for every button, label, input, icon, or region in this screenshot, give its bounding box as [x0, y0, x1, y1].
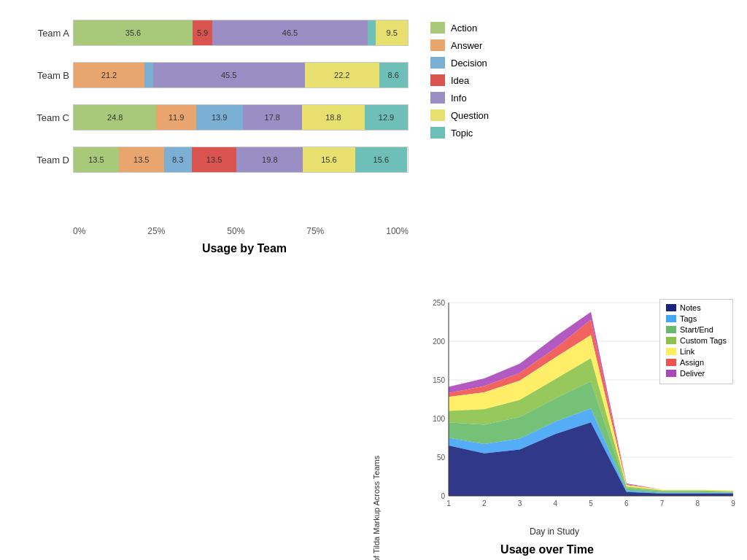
legend-label: Action — [451, 23, 477, 34]
x-axis-label: 50% — [227, 226, 244, 236]
x-axis-label: 0% — [73, 226, 85, 236]
area-legend-item: Link — [666, 347, 727, 356]
bar-row: Team D13.513.58.313.519.815.615.6 — [73, 145, 409, 174]
legend-item: Info — [430, 92, 562, 104]
svg-text:2: 2 — [482, 499, 487, 508]
bar-row: Team C24.811.913.917.818.812.9 — [73, 103, 409, 132]
area-legend-label: Deliver — [680, 369, 705, 378]
bar-segment: 21.2 — [74, 63, 144, 88]
bar-track: 35.65.946.59.5 — [73, 20, 409, 46]
bar-row-label: Team B — [18, 70, 69, 81]
svg-text:7: 7 — [660, 499, 665, 508]
bar-segment: 17.8 — [243, 105, 302, 130]
bar-segment: 19.8 — [236, 147, 303, 172]
bar-segment: 13.5 — [192, 147, 237, 172]
legend-swatch — [430, 74, 445, 86]
main-container: Team A35.65.946.59.5Team B21.245.522.28.… — [0, 0, 747, 560]
bar-segment: 45.5 — [153, 63, 305, 88]
bar-segment: 8.3 — [164, 147, 192, 172]
bar-segment: 15.6 — [355, 147, 407, 172]
area-legend-item: Custom Tags — [666, 336, 727, 345]
legend-swatch — [430, 22, 445, 34]
bar-row-label: Team A — [18, 28, 69, 39]
svg-text:6: 6 — [624, 499, 629, 508]
svg-text:250: 250 — [433, 299, 445, 307]
bar-chart-title: Usage by Team — [73, 242, 416, 255]
legend-swatch — [430, 127, 445, 139]
top-section: Team A35.65.946.59.5Team B21.245.522.28.… — [15, 7, 732, 284]
svg-text:200: 200 — [433, 338, 445, 346]
svg-text:50: 50 — [437, 454, 446, 462]
svg-text:4: 4 — [553, 499, 557, 508]
bars-container: Team A35.65.946.59.5Team B21.245.522.28.… — [73, 18, 409, 222]
svg-text:100: 100 — [433, 415, 445, 423]
bar-segment — [144, 63, 152, 88]
bar-segment: 22.2 — [305, 63, 379, 88]
bar-track: 13.513.58.313.519.815.615.6 — [73, 147, 409, 173]
area-legend-swatch — [666, 348, 676, 355]
area-legend-item: Assign — [666, 358, 727, 367]
bar-segment: 13.5 — [74, 147, 119, 172]
area-legend-item: Notes — [666, 303, 727, 312]
svg-text:3: 3 — [518, 499, 522, 508]
svg-text:1: 1 — [446, 499, 451, 508]
legend-label: Decision — [451, 58, 487, 69]
legend-item: Question — [430, 109, 562, 121]
legend-label: Answer — [451, 40, 482, 51]
area-chart-legend: NotesTagsStart/EndCustom TagsLinkAssignD… — [659, 299, 733, 384]
area-legend-swatch — [666, 304, 676, 311]
bar-segment: 18.8 — [302, 105, 365, 130]
x-axis-label: 75% — [306, 226, 324, 236]
area-legend-label: Notes — [680, 303, 701, 312]
bar-segment: 35.6 — [74, 20, 193, 45]
legend-item: Decision — [430, 57, 562, 69]
bar-row: Team A35.65.946.59.5 — [73, 18, 409, 47]
area-chart-area: Volume of Tilda Markup Across Teams 0501… — [365, 284, 729, 560]
bar-legend: ActionAnswerDecisionIdeaInfoQuestionTopi… — [423, 7, 569, 159]
svg-text:8: 8 — [695, 499, 700, 508]
legend-swatch — [430, 109, 445, 121]
bar-row-label: Team D — [18, 155, 69, 166]
bar-segment: 46.5 — [212, 20, 368, 45]
area-legend-label: Tags — [680, 314, 697, 323]
bar-segment: 12.9 — [365, 105, 408, 130]
area-legend-swatch — [666, 315, 676, 322]
bar-track: 21.245.522.28.6 — [73, 62, 409, 88]
bar-track: 24.811.913.917.818.812.9 — [73, 104, 409, 131]
legend-item: Action — [430, 22, 562, 34]
bar-segment: 15.6 — [303, 147, 355, 172]
x-axis: 0%25%50%75%100% — [73, 226, 409, 236]
legend-label: Question — [451, 110, 489, 121]
x-axis-label: 25% — [147, 226, 165, 236]
area-chart-wrap: 050100150200250123456789 NotesTagsStart/… — [419, 292, 740, 525]
legend-label: Idea — [451, 75, 469, 86]
bar-segment: 11.9 — [156, 105, 196, 130]
svg-text:0: 0 — [441, 492, 445, 500]
legend-item: Topic — [430, 127, 562, 139]
legend-item: Idea — [430, 74, 562, 86]
legend-label: Topic — [451, 128, 473, 139]
bar-segment: 9.5 — [376, 20, 408, 45]
bar-segment: 5.9 — [193, 20, 212, 45]
area-legend-item: Start/End — [666, 325, 727, 334]
bar-chart-area: Team A35.65.946.59.5Team B21.245.522.28.… — [15, 7, 423, 292]
bar-segment: 13.5 — [119, 147, 164, 172]
area-legend-label: Custom Tags — [680, 336, 727, 345]
bar-segment: 8.6 — [379, 63, 408, 88]
bar-segment: 24.8 — [74, 105, 156, 130]
legend-item: Answer — [430, 39, 562, 51]
legend-label: Info — [451, 93, 467, 104]
area-legend-swatch — [666, 359, 676, 366]
legend-swatch — [430, 92, 445, 104]
bar-segment: 13.9 — [196, 105, 243, 130]
bottom-section: Volume of Tilda Markup Across Teams 0501… — [15, 284, 732, 560]
area-legend-item: Tags — [666, 314, 727, 323]
x-axis-label: 100% — [386, 226, 409, 236]
svg-text:9: 9 — [731, 499, 735, 508]
area-legend-swatch — [666, 326, 676, 333]
legend-swatch — [430, 39, 445, 51]
legend-swatch — [430, 57, 445, 69]
svg-text:150: 150 — [433, 376, 445, 384]
svg-text:5: 5 — [589, 499, 593, 508]
bar-segment — [368, 20, 376, 45]
